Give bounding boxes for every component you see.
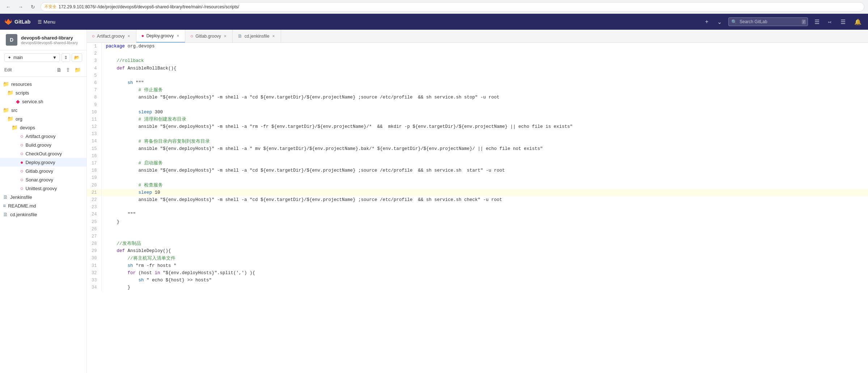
line-number: 16 <box>87 152 101 160</box>
tree-item-org[interactable]: 📁 org <box>0 114 86 123</box>
tree-item-checkout-groovy[interactable]: ○ CheckOut.groovy <box>0 149 86 158</box>
notifications-button[interactable]: 🔔 <box>852 17 864 27</box>
tree-item-jenkinsfile[interactable]: 🗎 Jenkinsfile <box>0 193 86 201</box>
gitlab-logo-icon <box>4 18 12 26</box>
gitlab-text: GitLab <box>14 19 30 25</box>
app-container: GitLab ☰ Menu + ⌄ 🔍 / ☰ ⟖ ☰ 🔔 D devops6-… <box>0 14 868 373</box>
line-content: //将主机写入清单文件 <box>101 255 868 262</box>
line-content: sh """ <box>101 79 868 87</box>
line-number: 1 <box>87 43 101 50</box>
tab-close-cd[interactable]: × <box>272 34 276 38</box>
editor-area: ○ Artifact.groovy × ● Deploy.groovy × ○ … <box>87 30 868 373</box>
line-number: 27 <box>87 233 101 240</box>
tree-item-sonar-groovy[interactable]: ○ Sonar.groovy <box>0 175 86 184</box>
line-content: ansible "${env.deployHosts}" -m shell -a… <box>101 167 868 174</box>
tree-item-gitlab-groovy[interactable]: ○ Gitlab.groovy <box>0 167 86 175</box>
forward-button[interactable]: → <box>16 2 25 12</box>
line-content: # 启动服务 <box>101 160 868 167</box>
tree-item-service-sh[interactable]: ◆ service.sh <box>0 97 86 106</box>
tree-label-checkout-groovy: CheckOut.groovy <box>25 151 62 156</box>
compare-button[interactable]: ⇕ <box>62 53 70 62</box>
menu-button[interactable]: ☰ Menu <box>35 18 58 26</box>
folder-icon-org: 📁 <box>7 116 13 122</box>
tree-item-readme-md[interactable]: ≡ README.md <box>0 201 86 210</box>
address-bar[interactable]: 不安全 172.29.9.101:8076/-/ide/project/devo… <box>41 2 864 12</box>
table-row: 34 } <box>87 284 868 291</box>
table-row: 3 //rollback <box>87 57 868 64</box>
issues-button[interactable]: ☰ <box>838 17 848 27</box>
table-row: 6 sh """ <box>87 79 868 87</box>
line-content: # 清理和创建发布目录 <box>101 116 868 123</box>
line-content: ansible "${env.deployHosts}" -m shell -a… <box>101 196 868 204</box>
repo-info: devops6-shared-library devops6/devops6-s… <box>21 35 78 45</box>
tab-close-gitlab[interactable]: × <box>223 34 227 38</box>
line-number: 23 <box>87 204 101 211</box>
line-content: """ <box>101 211 868 218</box>
line-number: 9 <box>87 101 101 109</box>
merge-requests-button[interactable]: ⟖ <box>826 17 834 26</box>
edit-actions: 🗎 ⇧ 📁 <box>55 66 82 74</box>
groovy-icon-sonar: ○ <box>20 177 23 183</box>
tree-label-jenkinsfile: Jenkinsfile <box>10 194 32 200</box>
table-row: 25 } <box>87 218 868 226</box>
upload-button[interactable]: ⇧ <box>64 66 72 74</box>
search-input[interactable] <box>728 17 808 26</box>
folder-icon-scripts: 📁 <box>7 90 13 96</box>
folder-icon-src: 📁 <box>3 107 9 113</box>
line-content <box>101 130 868 138</box>
tree-item-cd-jenkinsfile[interactable]: 🗎 cd.jenkinsfile <box>0 210 86 219</box>
tabs-bar: ○ Artifact.groovy × ● Deploy.groovy × ○ … <box>87 30 868 43</box>
line-content: } <box>101 284 868 291</box>
tree-item-src[interactable]: 📁 src <box>0 106 86 114</box>
tab-icon-deploy: ● <box>141 33 144 38</box>
groovy-icon-deploy: ● <box>20 159 23 165</box>
chevron-down-nav-button[interactable]: ⌄ <box>715 17 724 27</box>
tab-deploy-groovy[interactable]: ● Deploy.groovy × <box>136 30 186 43</box>
groovy-icon-build: ○ <box>20 142 23 148</box>
line-number: 19 <box>87 174 101 181</box>
line-number: 20 <box>87 182 101 189</box>
tree-label-org: org <box>16 116 22 122</box>
tree-item-scripts[interactable]: 📁 scripts <box>0 88 86 97</box>
new-file-button[interactable]: 🗎 <box>55 66 63 74</box>
code-editor[interactable]: 1package org.devops2 3 //rollback4 def A… <box>87 43 868 373</box>
branch-button[interactable]: ✦ main ▼ <box>4 53 60 62</box>
tree-item-artifact-groovy[interactable]: ○ Artifact.groovy <box>0 132 86 141</box>
tab-close-deploy[interactable]: × <box>176 34 180 38</box>
tree-item-unittest-groovy[interactable]: ○ Unittest.groovy <box>0 184 86 193</box>
hamburger-icon: ☰ <box>38 19 42 25</box>
tree-label-artifact-groovy: Artifact.groovy <box>25 134 55 139</box>
tree-item-resources[interactable]: 📁 resources <box>0 80 86 88</box>
tree-item-devops[interactable]: 📁 devops <box>0 123 86 132</box>
back-button[interactable]: ← <box>4 2 13 12</box>
sidebar: D devops6-shared-library devops6/devops6… <box>0 30 87 373</box>
new-item-button[interactable]: + <box>703 17 711 26</box>
tree-item-build-groovy[interactable]: ○ Build.groovy <box>0 141 86 149</box>
edit-label: Edit <box>4 67 12 72</box>
table-row: 13 <box>87 130 868 138</box>
table-row: 31 sh "rm -fr hosts " <box>87 262 868 269</box>
sidebar-toggle-button[interactable]: ☰ <box>812 17 822 27</box>
branch-icon: ✦ <box>8 55 11 60</box>
tab-cd-jenkinsfile[interactable]: 🗎 cd.jenkinsfile × <box>233 30 281 43</box>
reload-button[interactable]: ↻ <box>28 2 38 12</box>
new-folder-button[interactable]: 📁 <box>73 66 82 74</box>
tree-label-deploy-groovy: Deploy.groovy <box>25 160 55 165</box>
table-row: 29 def AnsibleDeploy(){ <box>87 247 868 255</box>
tree-item-deploy-groovy[interactable]: ● Deploy.groovy <box>0 158 86 167</box>
tab-gitlab-groovy[interactable]: ○ Gitlab.groovy × <box>185 30 233 43</box>
repo-name: devops6-shared-library <box>21 35 78 41</box>
search-container: 🔍 / <box>728 17 808 26</box>
table-row: 7 # 停止服务 <box>87 87 868 94</box>
repo-avatar: D <box>6 34 17 46</box>
tree-label-sonar-groovy: Sonar.groovy <box>25 177 53 183</box>
line-content: def AnsibleDeploy(){ <box>101 247 868 255</box>
table-row: 18 ansible "${env.deployHosts}" -m shell… <box>87 167 868 174</box>
tab-label-deploy: Deploy.groovy <box>146 33 174 38</box>
line-content <box>101 72 868 79</box>
tab-close-artifact[interactable]: × <box>127 34 131 38</box>
folder-icon-resources: 📁 <box>3 81 9 87</box>
tab-artifact-groovy[interactable]: ○ Artifact.groovy × <box>87 30 136 43</box>
table-row: 33 sh " echo ${host} >> hosts" <box>87 277 868 284</box>
history-button[interactable]: 📂 <box>72 53 82 62</box>
